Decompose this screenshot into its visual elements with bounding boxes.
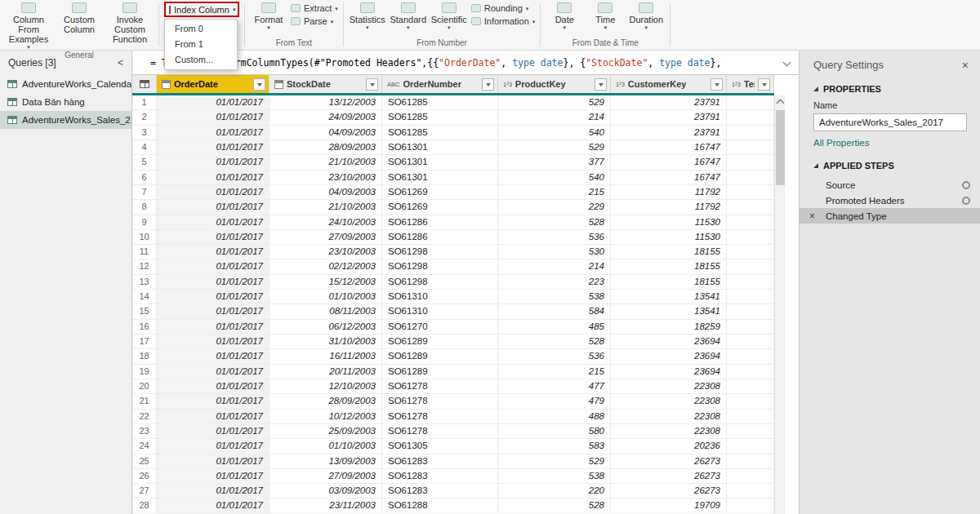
table-cell[interactable]	[727, 290, 774, 304]
table-cell[interactable]: 18155	[611, 245, 727, 259]
table-cell[interactable]: 12/10/2003	[270, 379, 382, 393]
table-cell[interactable]: 23/10/2003	[270, 245, 382, 259]
row-number[interactable]: 23	[132, 424, 157, 438]
expand-formula-icon[interactable]	[774, 60, 799, 65]
table-cell[interactable]: 01/01/2017	[157, 200, 270, 214]
table-cell[interactable]: 528	[498, 498, 611, 512]
statistics-button[interactable]: Statistics ▾	[349, 2, 386, 30]
table-cell[interactable]: SO61289	[382, 349, 498, 363]
table-cell[interactable]: 23791	[611, 110, 727, 124]
filter-button[interactable]	[482, 78, 494, 91]
table-cell[interactable]: 08/11/2003	[270, 304, 382, 318]
row-number[interactable]: 4	[132, 140, 157, 154]
table-cell[interactable]: SO61269	[382, 200, 498, 214]
row-number[interactable]: 17	[132, 335, 157, 348]
parse-button[interactable]: Parse ▾	[291, 16, 338, 26]
row-number[interactable]: 22	[132, 410, 157, 423]
table-cell[interactable]: 01/01/2017	[157, 95, 270, 109]
table-cell[interactable]: SO61285	[382, 95, 498, 109]
table-cell[interactable]: 01/01/2017	[157, 335, 270, 348]
table-cell[interactable]: 20/11/2003	[270, 365, 382, 379]
table-cell[interactable]: 01/01/2017	[157, 379, 270, 393]
table-cell[interactable]	[727, 394, 774, 408]
close-panel-icon[interactable]: ×	[962, 60, 969, 71]
custom-column-button[interactable]: Custom Column	[56, 2, 103, 34]
table-cell[interactable]: SO61283	[382, 484, 498, 498]
table-cell[interactable]: 28/09/2003	[270, 394, 382, 408]
row-number[interactable]: 27	[132, 484, 157, 498]
table-cell[interactable]: 01/01/2017	[157, 304, 270, 318]
table-cell[interactable]: SO61278	[382, 410, 498, 423]
table-cell[interactable]: 22308	[611, 394, 727, 408]
table-cell[interactable]	[727, 259, 774, 273]
table-cell[interactable]: 01/01/2017	[157, 424, 270, 438]
table-cell[interactable]: 13541	[611, 290, 727, 304]
applied-step[interactable]: ×Changed Type	[800, 208, 980, 224]
table-cell[interactable]: 04/09/2003	[270, 185, 382, 199]
table-cell[interactable]: 01/01/2017	[157, 484, 270, 498]
table-cell[interactable]: SO61305	[382, 439, 498, 453]
table-cell[interactable]	[727, 155, 774, 169]
row-number[interactable]: 13	[132, 275, 157, 289]
table-cell[interactable]: 16747	[611, 155, 727, 169]
table-cell[interactable]: 21/10/2003	[270, 155, 382, 169]
table-cell[interactable]: SO61269	[382, 185, 498, 199]
column-header-CustomerKey[interactable]: 1²3CustomerKey	[611, 75, 727, 93]
table-cell[interactable]: 04/09/2003	[270, 126, 382, 140]
table-cell[interactable]: 529	[498, 454, 611, 468]
table-cell[interactable]	[727, 320, 774, 334]
table-cell[interactable]	[727, 230, 774, 244]
row-number[interactable]: 11	[132, 245, 157, 259]
index-column-button[interactable]: Index Column ▾	[164, 2, 239, 17]
time-button[interactable]: Time ▾	[586, 2, 624, 30]
row-number[interactable]: 14	[132, 290, 157, 304]
scroll-up-icon[interactable]	[775, 95, 785, 109]
table-cell[interactable]: 01/01/2017	[157, 275, 270, 289]
all-properties-link[interactable]: All Properties	[800, 137, 980, 156]
column-header-TerritoryKe[interactable]: 1²3TerritoryKe	[727, 75, 774, 93]
table-cell[interactable]: 24/09/2003	[270, 110, 382, 124]
table-cell[interactable]	[727, 365, 774, 379]
table-cell[interactable]: 479	[498, 394, 611, 408]
table-cell[interactable]	[727, 498, 774, 512]
table-cell[interactable]: 24/10/2003	[270, 215, 382, 229]
table-cell[interactable]: 01/01/2017	[157, 320, 270, 334]
query-name-input[interactable]	[813, 113, 967, 131]
table-cell[interactable]: 01/01/2017	[157, 454, 270, 468]
extract-button[interactable]: Extract ▾	[291, 3, 338, 13]
table-cell[interactable]: SO61285	[382, 126, 498, 140]
row-number[interactable]: 5	[132, 155, 157, 169]
table-cell[interactable]: 06/12/2003	[270, 320, 382, 334]
table-cell[interactable]: 538	[498, 469, 611, 483]
row-number[interactable]: 24	[132, 439, 157, 453]
table-cell[interactable]: 01/01/2017	[157, 410, 270, 423]
query-item[interactable]: AdventureWorks_Calendar	[0, 75, 131, 93]
table-cell[interactable]	[727, 335, 774, 348]
table-cell[interactable]: SO61270	[382, 320, 498, 334]
rounding-button[interactable]: Rounding ▾	[471, 3, 536, 13]
table-cell[interactable]	[727, 275, 774, 289]
table-cell[interactable]: SO61278	[382, 394, 498, 408]
table-cell[interactable]: 13/12/2003	[270, 95, 382, 109]
column-header-OrderDate[interactable]: OrderDate	[157, 75, 270, 93]
table-cell[interactable]: 21/10/2003	[270, 200, 382, 214]
table-cell[interactable]: 10/12/2003	[270, 410, 382, 423]
table-cell[interactable]: 26273	[611, 469, 727, 483]
invoke-custom-function-button[interactable]: Invoke Custom Function	[106, 2, 154, 44]
scrollbar-thumb[interactable]	[776, 110, 785, 185]
row-number[interactable]: 19	[132, 365, 157, 379]
table-cell[interactable]	[727, 110, 774, 124]
applied-step[interactable]: Promoted Headers	[800, 193, 980, 208]
delete-step-icon[interactable]: ×	[809, 211, 826, 221]
table-cell[interactable]: 477	[498, 379, 611, 393]
filter-button[interactable]	[595, 78, 607, 91]
table-cell[interactable]: 18259	[611, 320, 727, 334]
table-cell[interactable]: 13/09/2003	[270, 454, 382, 468]
table-cell[interactable]: SO61289	[382, 335, 498, 348]
table-cell[interactable]: 377	[498, 155, 611, 169]
table-cell[interactable]: 01/01/2017	[157, 365, 270, 379]
applied-step[interactable]: Source	[800, 177, 980, 193]
filter-button[interactable]	[710, 78, 723, 91]
table-cell[interactable]: SO61298	[382, 275, 498, 289]
table-cell[interactable]: 22308	[611, 424, 727, 438]
